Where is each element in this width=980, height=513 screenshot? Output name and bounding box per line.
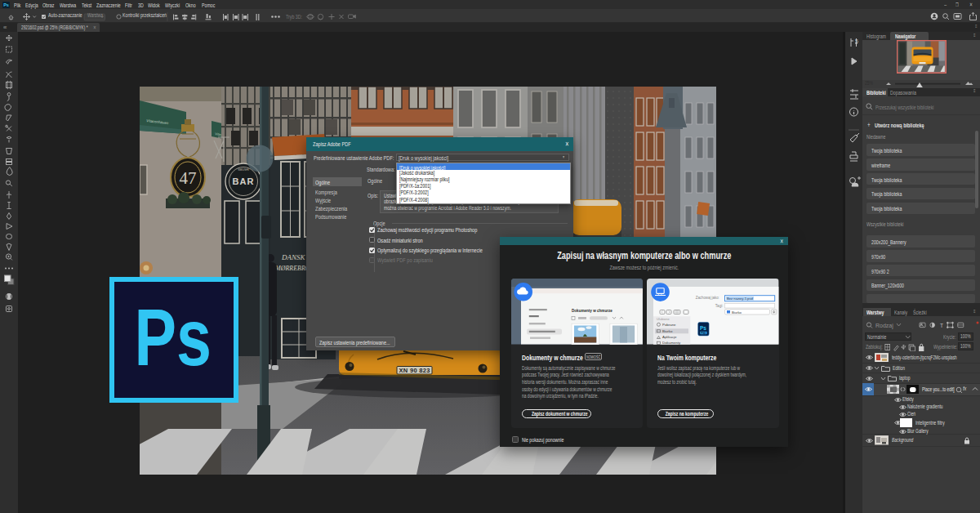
svg-text:Ulubione: Ulubione <box>657 318 670 322</box>
svg-text:Dokumenty w chmurze: Dokumenty w chmurze <box>572 309 612 313</box>
svg-text:Biurko: Biurko <box>732 310 742 314</box>
svg-text:T: T <box>940 323 943 328</box>
svg-text:Pobrane: Pobrane <box>662 323 676 327</box>
svg-text:Biurko: Biurko <box>662 329 673 333</box>
svg-text:Ps: Ps <box>700 325 706 331</box>
svg-text:PSD: PSD <box>702 332 707 335</box>
svg-text:Tryb 3D:: Tryb 3D: <box>286 13 302 20</box>
svg-text:Ps: Ps <box>135 292 212 382</box>
svg-text:Bez nazwy-1.psd: Bez nazwy-1.psd <box>727 297 754 301</box>
svg-text:Rodzaj: Rodzaj <box>875 323 893 329</box>
svg-text:Dokumenty: Dokumenty <box>662 341 681 344</box>
svg-text:Aplikacje: Aplikacje <box>662 335 677 339</box>
svg-text:Zachowaj jako:: Zachowaj jako: <box>696 296 719 300</box>
svg-text:Tagi:: Tagi: <box>715 304 724 308</box>
svg-text:5: 5 <box>855 38 858 44</box>
